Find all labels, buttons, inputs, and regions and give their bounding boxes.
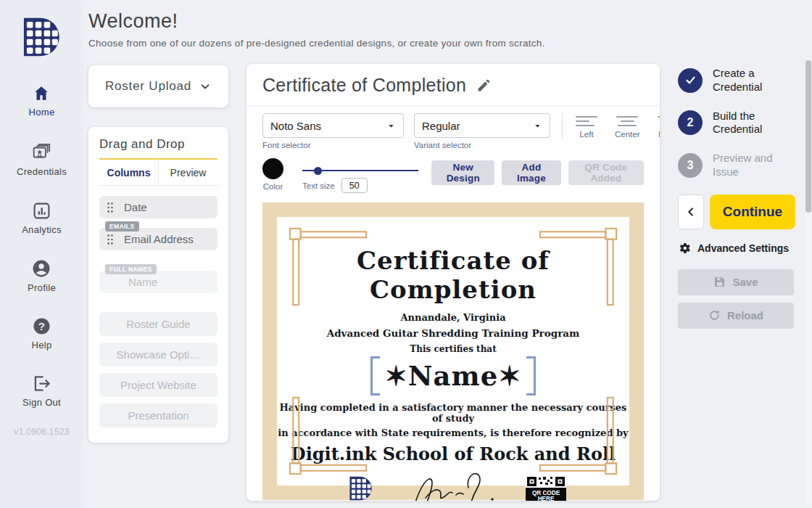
save-label: Save [732,276,758,288]
column-item-date[interactable]: Date [99,196,218,218]
sidebar-item-profile[interactable]: Profile [28,258,56,293]
chevron-left-icon [685,206,697,218]
variant-selector-value: Regular [422,120,460,132]
sidebar-item-sign-out[interactable]: Sign Out [22,374,61,408]
align-right-icon [658,116,660,126]
column-item-label: Email Address [124,233,194,245]
emails-badge: EMAILS [105,221,139,232]
drag-handle-icon [107,202,114,213]
help-icon: ? [32,316,51,336]
digitink-logo-icon [21,16,63,58]
certificate-title: Certificate of Completion [277,217,629,304]
continue-button[interactable]: Continue [710,194,795,229]
tab-preview[interactable]: Preview [159,160,218,185]
font-selector-label: Font selector [262,141,404,149]
color-picker-group: Color [262,158,283,191]
link-showcase-options[interactable]: Showcase Opti… [99,343,218,366]
sidebar-item-label: Credentials [17,166,67,177]
scrollbar-thumb[interactable] [805,60,811,213]
color-label: Color [263,182,283,191]
certificate-school: Digit.ink School of Rock and Roll [277,443,629,464]
reload-button: Reload [678,303,794,329]
variant-selector-group: Regular Variant selector [414,113,550,149]
sidebar-item-label: Analytics [22,224,62,235]
variant-selector[interactable]: Regular [414,113,550,138]
align-center-label: Center [615,130,640,139]
align-center-icon [616,116,638,126]
drag-and-drop-tabs: Columns Preview [99,160,218,186]
left-bracket [370,356,380,396]
sidebar-item-analytics[interactable]: Analytics [22,201,62,235]
sidebar-item-help[interactable]: ? Help [32,316,52,351]
link-presentation[interactable]: Presentation [99,403,218,427]
page-subtitle: Choose from one of our dozens of pre-des… [88,38,545,49]
qr-code-icon: QR CODE HERE [526,475,566,501]
advanced-settings[interactable]: Advanced Settings [678,242,795,255]
certificate-preview[interactable]: Certificate of Completion Annandale, Vir… [262,202,644,500]
signature-icon [399,469,508,501]
align-right-button[interactable]: Right [658,113,660,139]
sidebar-item-label: Help [32,340,52,351]
alignment-group: Left Center Right [562,113,660,139]
certificate-name-placeholder[interactable]: ✶Name✶ [277,356,629,396]
page-title: Welcome! [88,10,545,33]
certificate-location: Annandale, Virginia [277,312,629,323]
back-button[interactable] [678,194,704,229]
step-1-circle [678,68,703,93]
sign-out-icon [31,374,51,393]
step-2-label: Build the Credential [713,110,795,137]
tab-columns[interactable]: Columns [99,160,159,185]
drag-and-drop-panel: Drag and Drop Columns Preview Date EMAIL… [88,127,228,443]
text-size-slider[interactable] [302,170,418,171]
align-left-label: Left [579,130,593,139]
app-logo[interactable] [21,16,63,61]
sidebar-item-label: Profile [28,282,56,293]
sidebar-item-credentials[interactable]: Credentials [17,142,67,177]
sidebar-item-label: Home [29,107,55,118]
new-design-button[interactable]: New Design [431,160,494,185]
text-size-input[interactable] [341,178,368,193]
roster-upload-dropdown[interactable]: Roster Upload [88,65,228,107]
certificate-body-line1: Having completed in a satisfactory manne… [277,402,629,424]
chevron-down-icon [199,80,212,93]
add-image-button[interactable]: Add Image [502,160,561,185]
roster-upload-label: Roster Upload [105,79,191,94]
credential-editor-panel: Certificate of Completion Noto Sans Font… [246,64,660,501]
link-roster-guide[interactable]: Roster Guide [99,312,218,336]
app-version: v1.0906.1523 [14,427,69,437]
certificate-body-line2: in accordance with State requirements, i… [277,427,629,438]
gear-icon [678,242,691,255]
step-create-credential: Create a Credential [678,67,795,94]
app-root: Home Credentials Analytics [0,0,812,508]
right-bracket [526,356,536,396]
align-left-button[interactable]: Left [576,113,597,139]
workflow-rail: Create a Credential 2 Build the Credenti… [678,67,795,329]
page-header: Welcome! Choose from one of our dozens o… [88,10,545,49]
step-1-label: Create a Credential [713,67,795,94]
color-swatch[interactable] [262,158,283,179]
column-item-label: Name [128,276,157,288]
text-size-group: Text size [302,158,418,193]
certificate-signature: Provost [399,469,508,501]
font-selector-value: Noto Sans [270,120,321,132]
certificate-program: Advanced Guitar Shredding Training Progr… [277,327,629,339]
full-names-badge: FULL NAMES [105,264,157,274]
slider-thumb[interactable] [314,167,322,175]
qr-text-line2: HERE [538,496,555,501]
edit-pencil-icon[interactable] [476,78,492,93]
align-center-button[interactable]: Center [615,113,640,139]
link-project-website[interactable]: Project Website [99,373,218,397]
sidebar-item-label: Sign Out [22,397,61,408]
profile-icon [31,258,51,279]
step-3-label: Preview and Issue [713,152,795,179]
font-selector-group: Noto Sans Font selector [262,113,404,149]
analytics-icon [32,201,51,221]
drag-handle-icon [107,234,114,245]
page-scrollbar[interactable] [805,58,811,504]
certificate-name-text: ✶Name✶ [385,360,522,392]
certificate-canvas: Certificate of Completion Annandale, Vir… [277,217,629,486]
advanced-settings-label: Advanced Settings [697,242,789,254]
step-2-circle: 2 [678,110,703,135]
font-selector[interactable]: Noto Sans [262,113,404,138]
sidebar-item-home[interactable]: Home [29,84,55,118]
